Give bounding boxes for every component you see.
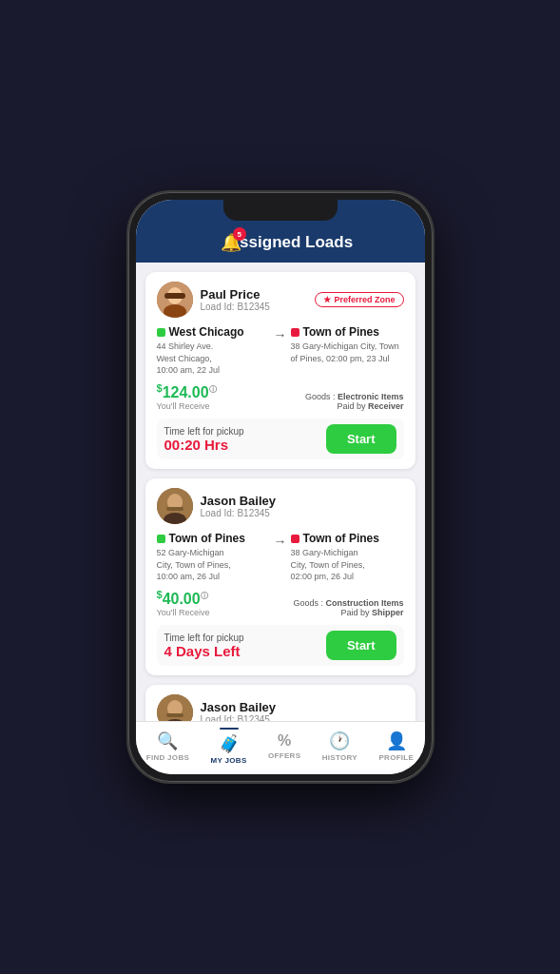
arrow-0: → — [274, 325, 287, 342]
from-addr-1: 52 Gary-Michigan City, Town of Pines, 10… — [157, 547, 270, 583]
from-city-0: West Chicago — [157, 325, 270, 339]
nav-find-jobs[interactable]: 🔍 FIND JOBS — [146, 730, 189, 762]
driver-text-2: Jason Bailey Load Id: B12345 — [201, 700, 277, 721]
load-id-1: Load Id: B12345 — [201, 508, 277, 518]
active-indicator — [220, 728, 239, 730]
nav-history[interactable]: 🕐 HISTORY — [322, 730, 357, 762]
driver-name-0: Paul Price — [201, 287, 270, 302]
svg-rect-3 — [164, 293, 185, 299]
driver-info-0: Paul Price Load Id: B12345 — [157, 282, 270, 318]
avatar-2 — [157, 694, 193, 721]
driver-text-1: Jason Bailey Load Id: B12345 — [201, 494, 277, 518]
from-dot-0 — [157, 328, 165, 337]
card-header-0: Paul Price Load Id: B12345 ★ Preferred Z… — [157, 282, 404, 318]
route-to-1: Town of Pines 38 Gary-Michigan City, Tow… — [291, 532, 404, 583]
to-city-0: Town of Pines — [291, 325, 404, 339]
from-addr-0: 44 Shirley Ave. West Chicago, 10:00 am, … — [157, 341, 270, 377]
profile-icon: 👤 — [386, 730, 407, 751]
goods-text-1: Goods : Construction Items — [293, 598, 403, 608]
from-city-1: Town of Pines — [157, 532, 270, 545]
my-jobs-icon: 🧳 — [219, 733, 240, 754]
preferred-badge-0: ★ Preferred Zone — [315, 292, 403, 307]
avatar-1 — [157, 488, 193, 524]
bottom-nav: 🔍 FIND JOBS 🧳 MY JOBS % OFFERS 🕐 HISTORY… — [136, 721, 425, 774]
goods-block-0: Goods : Electronic Items Paid by Receive… — [305, 392, 404, 411]
from-dot-1 — [157, 535, 165, 543]
goods-text-0: Goods : Electronic Items — [305, 392, 404, 401]
load-card-2: Jason Bailey Load Id: B12345 Town of Pin… — [145, 685, 415, 721]
offers-icon: % — [278, 732, 291, 750]
to-addr-0: 38 Gary-Michigan City, Town of Pines, 02… — [291, 341, 404, 364]
nav-profile[interactable]: 👤 PROFILE — [378, 730, 414, 762]
you-receive-0: You'll Receive — [157, 401, 217, 411]
pickup-row-0: Time left for pickup 00:20 Hrs Start — [157, 419, 404, 459]
start-button-0[interactable]: Start — [326, 424, 396, 454]
my-jobs-label: MY JOBS — [211, 756, 247, 765]
card-header-1: Jason Bailey Load Id: B12345 — [157, 488, 404, 524]
pickup-left-0: Time left for pickup 00:20 Hrs — [164, 426, 244, 453]
load-card-0: Paul Price Load Id: B12345 ★ Preferred Z… — [145, 272, 415, 469]
driver-info-2: Jason Bailey Load Id: B12345 — [157, 694, 277, 721]
route-row-0: West Chicago 44 Shirley Ave. West Chicag… — [157, 325, 404, 377]
pickup-time-1: 4 Days Left — [164, 643, 244, 659]
to-dot-0 — [291, 328, 299, 337]
pickup-row-1: Time left for pickup 4 Days Left Start — [157, 625, 404, 666]
find-jobs-label: FIND JOBS — [146, 753, 189, 762]
start-button-1[interactable]: Start — [326, 631, 396, 660]
phone-screen: 🔔 5 Assigned Loads — [136, 200, 425, 774]
offers-label: OFFERS — [268, 751, 300, 760]
pickup-left-1: Time left for pickup 4 Days Left — [164, 633, 244, 659]
notification-badge: 5 — [233, 227, 246, 241]
driver-text-0: Paul Price Load Id: B12345 — [201, 287, 270, 312]
driver-name-2: Jason Bailey — [201, 700, 277, 714]
price-value-0: $124.00ⓘ — [157, 382, 217, 401]
to-city-1: Town of Pines — [291, 532, 404, 545]
preferred-text-0: Preferred Zone — [334, 295, 395, 304]
price-block-1: $40.00ⓘ You'll Receive — [157, 589, 210, 617]
avatar-img-0 — [157, 282, 193, 318]
loads-list: Paul Price Load Id: B12345 ★ Preferred Z… — [136, 263, 425, 721]
avatar-0 — [157, 282, 193, 318]
phone-notch — [223, 200, 338, 221]
price-value-1: $40.00ⓘ — [157, 589, 210, 608]
star-icon: ★ — [323, 295, 331, 304]
route-row-1: Town of Pines 52 Gary-Michigan City, Tow… — [157, 532, 404, 583]
history-label: HISTORY — [322, 753, 357, 762]
profile-label: PROFILE — [378, 753, 414, 762]
header: 🔔 5 Assigned Loads — [136, 226, 425, 263]
load-id-2: Load Id: B12345 — [201, 714, 277, 721]
route-to-0: Town of Pines 38 Gary-Michigan City, Tow… — [291, 325, 404, 364]
arrow-1: → — [274, 532, 287, 549]
nav-offers[interactable]: % OFFERS — [268, 732, 300, 760]
you-receive-1: You'll Receive — [157, 608, 210, 617]
price-block-0: $124.00ⓘ You'll Receive — [157, 382, 217, 411]
pickup-label-0: Time left for pickup — [164, 426, 244, 437]
nav-my-jobs[interactable]: 🧳 MY JOBS — [211, 728, 247, 765]
avatar-img-2 — [157, 694, 193, 721]
svg-rect-11 — [166, 713, 183, 717]
price-row-1: $40.00ⓘ You'll Receive Goods : Construct… — [157, 589, 404, 617]
route-from-1: Town of Pines 52 Gary-Michigan City, Tow… — [157, 532, 270, 583]
route-from-0: West Chicago 44 Shirley Ave. West Chicag… — [157, 325, 270, 377]
pickup-label-1: Time left for pickup — [164, 633, 244, 643]
goods-block-1: Goods : Construction Items Paid by Shipp… — [293, 598, 403, 617]
to-addr-1: 38 Gary-Michigan City, Town of Pines, 02… — [291, 547, 404, 583]
paid-by-0: Paid by Receiver — [305, 401, 404, 411]
notification-button[interactable]: 🔔 5 — [221, 232, 241, 253]
history-icon: 🕐 — [329, 730, 350, 751]
driver-info-1: Jason Bailey Load Id: B12345 — [157, 488, 277, 524]
to-dot-1 — [291, 535, 299, 543]
pickup-time-0: 00:20 Hrs — [164, 437, 244, 453]
driver-name-1: Jason Bailey — [201, 494, 277, 508]
find-jobs-icon: 🔍 — [157, 730, 178, 751]
page-title: Assigned Loads — [228, 233, 353, 252]
load-card-1: Jason Bailey Load Id: B12345 Town of Pin… — [145, 478, 415, 675]
load-id-0: Load Id: B12345 — [201, 302, 270, 312]
avatar-img-1 — [157, 488, 193, 524]
card-header-2: Jason Bailey Load Id: B12345 — [157, 694, 404, 721]
svg-rect-7 — [166, 507, 183, 511]
price-row-0: $124.00ⓘ You'll Receive Goods : Electron… — [157, 382, 404, 411]
paid-by-1: Paid by Shipper — [293, 608, 403, 617]
phone-frame: 🔔 5 Assigned Loads — [128, 192, 433, 782]
